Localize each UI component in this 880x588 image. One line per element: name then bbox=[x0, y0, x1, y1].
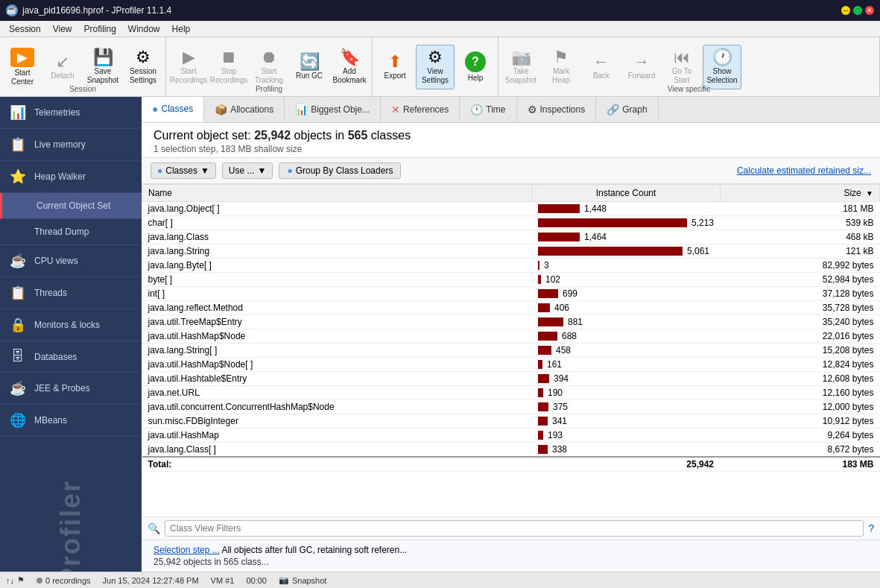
export-button[interactable]: ⬆ Export bbox=[376, 45, 414, 89]
menu-profiling[interactable]: Profiling bbox=[78, 22, 122, 36]
app-icon: ☕ bbox=[6, 4, 18, 16]
detach-button[interactable]: ↙ Detach bbox=[43, 45, 82, 89]
save-snapshot-label: SaveSnapshot bbox=[87, 67, 118, 85]
menu-help[interactable]: Help bbox=[166, 22, 197, 36]
row-name: java.lang.Class bbox=[142, 230, 532, 244]
count-column-header[interactable]: Instance Count bbox=[532, 185, 720, 202]
go-to-start-button[interactable]: ⏮ Go ToStart bbox=[662, 45, 701, 89]
sidebar-item-telemetries[interactable]: 📊 Telemetries bbox=[0, 97, 142, 129]
table-row[interactable]: java.util.HashMap$Node[ ]16112,824 bytes bbox=[142, 358, 880, 372]
table-row[interactable]: sun.misc.FDBigInteger34110,912 bytes bbox=[142, 414, 880, 429]
profiling-group-label: Profiling bbox=[166, 85, 372, 93]
tab-inspections[interactable]: ⚙ Inspections bbox=[517, 98, 597, 121]
table-row[interactable]: java.lang.String5,061121 kB bbox=[142, 244, 880, 259]
tab-time[interactable]: 🕐 Time bbox=[460, 98, 516, 121]
view-settings-button[interactable]: ⚙ ViewSettings bbox=[416, 45, 455, 89]
snapshot-icon: 📷 bbox=[279, 575, 289, 585]
start-tracking-button[interactable]: ⏺ StartTracking bbox=[250, 45, 288, 89]
sidebar-item-live-memory[interactable]: 📋 Live memory bbox=[0, 129, 142, 161]
cpu-views-label: CPU views bbox=[34, 256, 78, 266]
sidebar-item-heap-walker[interactable]: ⭐ Heap Walker bbox=[0, 161, 142, 193]
row-count: 5,061 bbox=[532, 244, 720, 259]
table-row[interactable]: java.lang.Object[ ]1,448181 MB bbox=[142, 202, 880, 216]
session-settings-button[interactable]: ⚙ SessionSettings bbox=[124, 45, 162, 89]
content-area: ● Classes 📦 Allocations 📊 Biggest Obje..… bbox=[142, 97, 880, 572]
tab-references[interactable]: ✕ References bbox=[381, 98, 460, 121]
detach-icon: ↙ bbox=[56, 54, 69, 70]
table-row[interactable]: Total:25,942183 MB bbox=[142, 457, 880, 472]
name-column-header[interactable]: Name bbox=[142, 185, 532, 202]
row-size: 121 kB bbox=[720, 244, 879, 259]
close-button[interactable]: ✕ bbox=[865, 6, 874, 15]
show-selection-button[interactable]: 🕐 ShowSelection bbox=[703, 45, 741, 89]
table-row[interactable]: java.lang.String[ ]45815,208 bytes bbox=[142, 344, 880, 358]
size-column-header[interactable]: Size ▼ bbox=[720, 185, 879, 202]
table-row[interactable]: java.net.URL19012,160 bytes bbox=[142, 386, 880, 400]
menu-view[interactable]: View bbox=[47, 22, 78, 36]
selection-step-link[interactable]: Selection step ... bbox=[153, 545, 220, 555]
menu-session[interactable]: Session bbox=[3, 22, 47, 36]
start-center-button[interactable]: ▶ StartCenter bbox=[3, 45, 42, 89]
run-gc-button[interactable]: 🔄 Run GC bbox=[290, 45, 329, 89]
tab-biggest-objects[interactable]: 📊 Biggest Obje... bbox=[285, 98, 381, 121]
sidebar-item-monitors-locks[interactable]: 🔒 Monitors & locks bbox=[0, 309, 142, 341]
start-tracking-icon: ⏺ bbox=[261, 49, 277, 66]
toolbar-export-group: ⬆ Export ⚙ ViewSettings ? Help bbox=[373, 37, 498, 96]
table-row[interactable]: java.lang.Class[ ]3388,672 bytes bbox=[142, 443, 880, 458]
data-table: Name Instance Count Size ▼ java.lang.Obj… bbox=[142, 184, 880, 472]
take-snapshot-button[interactable]: 📷 TakeSnapshot bbox=[501, 45, 540, 89]
row-size: 37,128 bytes bbox=[720, 287, 879, 301]
show-selection-label: ShowSelection bbox=[706, 67, 737, 85]
data-table-wrap[interactable]: Name Instance Count Size ▼ java.lang.Obj… bbox=[142, 184, 880, 516]
group-by-class-loaders-button[interactable]: ● Group By Class Loaders bbox=[279, 162, 401, 179]
table-row[interactable]: java.util.HashMap1939,264 bytes bbox=[142, 429, 880, 443]
start-center-label: StartCenter bbox=[11, 69, 34, 86]
stop-recordings-button[interactable]: ⏹ StopRecordings bbox=[209, 45, 248, 89]
help-button[interactable]: ? Help bbox=[456, 45, 495, 89]
mark-heap-button[interactable]: ⚑ MarkHeap bbox=[542, 45, 580, 89]
tab-classes[interactable]: ● Classes bbox=[142, 97, 204, 122]
inspections-tab-label: Inspections bbox=[540, 104, 586, 115]
add-bookmark-button[interactable]: 🔖 AddBookmark bbox=[330, 45, 369, 89]
filter-bar: 🔍 ? bbox=[142, 516, 880, 540]
row-count: 1,448 bbox=[532, 202, 720, 216]
use-dropdown[interactable]: Use ... ▼ bbox=[222, 162, 273, 179]
tab-graph[interactable]: 🔗 Graph bbox=[596, 98, 658, 121]
table-row[interactable]: java.lang.Byte[ ]382,992 bytes bbox=[142, 259, 880, 273]
filter-help-icon[interactable]: ? bbox=[868, 522, 874, 534]
stop-recordings-icon: ⏹ bbox=[221, 49, 237, 66]
tab-allocations[interactable]: 📦 Allocations bbox=[204, 98, 285, 121]
classes-dropdown[interactable]: ● Classes ▼ bbox=[151, 162, 216, 179]
sidebar-item-threads[interactable]: 📋 Threads bbox=[0, 277, 142, 309]
sidebar-item-cpu-views[interactable]: ☕ CPU views bbox=[0, 245, 142, 277]
window-controls: ─ □ ✕ bbox=[841, 6, 874, 15]
table-row[interactable]: java.util.TreeMap$Entry88135,240 bytes bbox=[142, 315, 880, 329]
forward-button[interactable]: → Forward bbox=[622, 45, 661, 89]
start-recordings-button[interactable]: ▶ StartRecordings bbox=[169, 45, 208, 89]
sidebar-item-databases[interactable]: 🗄 Databases bbox=[0, 341, 142, 373]
row-count: 102 bbox=[532, 273, 720, 287]
table-row[interactable]: java.util.concurrent.ConcurrentHashMap$N… bbox=[142, 400, 880, 414]
sidebar-item-mbeans[interactable]: 🌐 MBeans bbox=[0, 405, 142, 437]
menu-window[interactable]: Window bbox=[122, 22, 166, 36]
class-filter-input[interactable] bbox=[165, 520, 864, 537]
back-button[interactable]: ← Back bbox=[582, 45, 621, 89]
status-time: 00:00 bbox=[246, 576, 267, 585]
table-row[interactable]: java.util.HashMap$Node68822,016 bytes bbox=[142, 329, 880, 344]
table-row[interactable]: java.util.Hashtable$Entry39412,608 bytes bbox=[142, 372, 880, 386]
minimize-button[interactable]: ─ bbox=[841, 6, 850, 15]
table-row[interactable]: java.lang.reflect.Method40635,728 bytes bbox=[142, 301, 880, 315]
use-dropdown-arrow: ▼ bbox=[258, 165, 267, 176]
table-row[interactable]: java.lang.Class1,464468 kB bbox=[142, 230, 880, 244]
sidebar-item-thread-dump[interactable]: Thread Dump bbox=[0, 219, 142, 245]
sidebar-item-current-object-set[interactable]: Current Object Set bbox=[0, 193, 142, 219]
calc-retained-link[interactable]: Calculate estimated retained siz... bbox=[737, 165, 871, 176]
save-snapshot-icon: 💾 bbox=[93, 49, 113, 66]
run-gc-label: Run GC bbox=[296, 72, 323, 80]
maximize-button[interactable]: □ bbox=[853, 6, 862, 15]
table-row[interactable]: byte[ ]10252,984 bytes bbox=[142, 273, 880, 287]
save-snapshot-button[interactable]: 💾 SaveSnapshot bbox=[83, 45, 122, 89]
table-row[interactable]: int[ ]69937,128 bytes bbox=[142, 287, 880, 301]
sidebar-item-jee-probes[interactable]: ☕ JEE & Probes bbox=[0, 373, 142, 405]
table-row[interactable]: char[ ]5,213539 kB bbox=[142, 216, 880, 230]
